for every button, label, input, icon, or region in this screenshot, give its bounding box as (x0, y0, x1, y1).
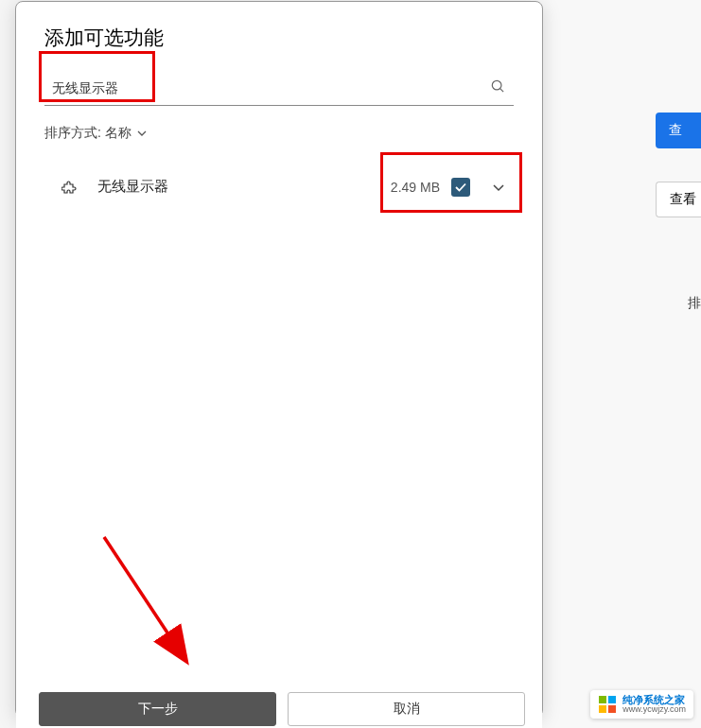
background-panel (531, 0, 701, 728)
svg-rect-7 (608, 705, 616, 713)
svg-rect-4 (599, 696, 606, 703)
sort-value: 名称 (105, 125, 131, 142)
cancel-button[interactable]: 取消 (288, 692, 525, 726)
add-optional-feature-dialog: 添加可选功能 排序方式: 名称 无线显示器 2.49 MB (15, 1, 543, 718)
watermark-logo-icon (598, 695, 617, 714)
sort-dropdown[interactable]: 名称 (105, 125, 147, 142)
watermark-text: 纯净系统之家 www.ycwjzy.com (622, 694, 686, 715)
search-wrap (16, 61, 542, 106)
chevron-down-icon (493, 184, 504, 192)
watermark-url: www.ycwjzy.com (622, 705, 686, 715)
dialog-buttons: 下一步 取消 (16, 677, 542, 728)
check-icon (455, 182, 466, 192)
bg-view-button[interactable]: 查 (656, 113, 701, 148)
next-button[interactable]: 下一步 (39, 692, 276, 726)
bg-view-button-2[interactable]: 查看 (656, 182, 701, 217)
puzzle-icon (61, 179, 79, 196)
watermark: 纯净系统之家 www.ycwjzy.com (590, 690, 693, 719)
feature-list: 无线显示器 2.49 MB (16, 151, 542, 223)
svg-rect-6 (599, 705, 606, 713)
feature-size: 2.49 MB (391, 180, 440, 195)
dialog-header: 添加可选功能 (16, 2, 542, 61)
sort-label: 排序方式: (44, 125, 101, 142)
expand-button[interactable] (489, 175, 508, 199)
feature-item-wireless-display[interactable]: 无线显示器 2.49 MB (44, 155, 514, 219)
dialog-title: 添加可选功能 (44, 25, 514, 51)
sort-row: 排序方式: 名称 (16, 106, 542, 151)
feature-name: 无线显示器 (97, 178, 391, 196)
feature-checkbox[interactable] (451, 178, 470, 197)
search-input[interactable] (44, 72, 514, 106)
bg-sort-text: 排 (688, 295, 701, 312)
chevron-down-icon (137, 130, 147, 136)
svg-rect-5 (608, 696, 616, 703)
